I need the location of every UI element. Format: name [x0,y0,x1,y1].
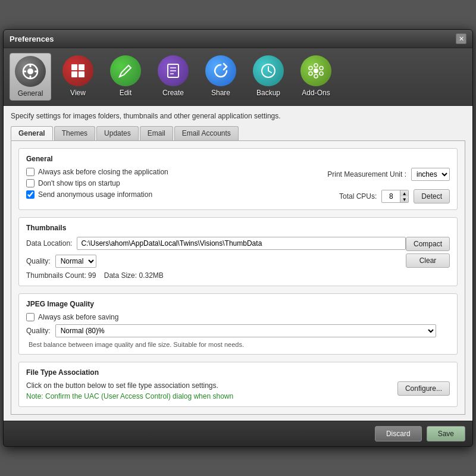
cpu-decrement-btn[interactable]: ▼ [400,196,408,202]
cpu-increment-btn[interactable]: ▲ [400,190,408,196]
jpeg-quality-row: Quality: Normal (80)% High (95)% Low (60… [26,324,450,337]
tabs-bar: General Themes Updates Email Email Accou… [11,126,465,141]
file-assoc-section: File Type Association Click on the butto… [18,362,458,407]
edit-icon [110,55,141,86]
general-toolbar-label: General [18,89,43,98]
svg-rect-3 [30,76,32,79]
backup-toolbar-label: Backup [256,89,280,97]
bottom-bar: Discard Save [4,421,472,446]
thumbnails-section: Thumbnails Compact Clear Data Location: … [18,217,458,286]
create-icon [158,55,189,86]
quality-select[interactable]: Normal High Low [55,255,96,268]
close-ask-checkbox[interactable] [26,168,35,176]
file-assoc-row: Click on the button below to set file ty… [26,381,450,400]
jpeg-quality-label: Quality: [26,327,51,335]
svg-rect-6 [71,64,77,70]
thumbs-meta: Thumbnails Count: 99 Data Size: 0.32MB [26,271,450,280]
total-cpus-label: Total CPUs: [339,192,377,201]
create-toolbar-label: Create [162,89,184,97]
cpu-row: Total CPUs: ▲ ▼ Detect [339,189,450,203]
thumbs-right-buttons: Compact Clear [406,237,450,268]
svg-point-24 [320,72,323,76]
file-assoc-text-col: Click on the button below to set file ty… [26,381,233,400]
jpeg-always-ask-row: Always ask before saving [26,313,450,321]
toolbar-item-backup[interactable]: Backup [248,53,289,101]
anon-usage-label: Send anonymous usage information [38,190,152,199]
compact-button[interactable]: Compact [406,237,450,251]
edit-toolbar-label: Edit [120,89,132,97]
toolbar-item-share[interactable]: Share [200,53,242,101]
titlebar: Preferences ✕ [4,30,472,48]
addons-toolbar-label: Add-Ons [302,89,330,97]
general-icon [15,56,46,87]
tab-general[interactable]: General [11,126,53,140]
data-size-label: Data Size: [104,271,137,280]
toolbar-item-addons[interactable]: Add-Ons [295,53,337,101]
detect-button[interactable]: Detect [414,189,450,203]
data-location-label: Data Location: [26,239,72,248]
svg-rect-8 [71,71,77,77]
window-title: Preferences [10,35,54,43]
print-unit-label: Print Measurement Unit : [327,170,406,178]
toolbar-item-view[interactable]: View [57,53,99,101]
save-button[interactable]: Save [427,426,465,441]
general-right-col: Print Measurement Unit : inches cm mm To… [327,168,450,203]
file-assoc-description: Click on the button below to set file ty… [26,381,233,390]
toolbar-item-create[interactable]: Create [152,53,194,101]
backup-icon [253,55,284,86]
checkbox-close-ask: Always ask before closing the applicatio… [26,168,327,176]
svg-point-22 [320,67,323,70]
preferences-window: Preferences ✕ General View Edit Cre [3,29,473,447]
jpeg-quality-note: Best balance between image quality and f… [26,341,450,348]
file-assoc-title: File Type Association [26,368,450,377]
jpeg-section: JPEG Image Quality Always ask before sav… [18,293,458,355]
close-ask-label: Always ask before closing the applicatio… [38,168,168,176]
view-toolbar-label: View [70,89,86,97]
checkbox-no-tips: Don't show tips on startup [26,179,327,187]
svg-point-20 [314,74,318,78]
print-unit-row: Print Measurement Unit : inches cm mm [327,168,450,181]
clear-button[interactable]: Clear [406,253,450,268]
svg-rect-7 [79,64,84,70]
jpeg-always-ask-checkbox[interactable] [26,313,35,321]
general-section: General Always ask before closing the ap… [18,148,458,210]
general-left-col: Always ask before closing the applicatio… [26,168,327,203]
content-area: Specify settings for images folders, thu… [4,106,472,421]
checkbox-anon-usage: Send anonymous usage information [26,190,327,199]
quality-row: Quality: Normal High Low [26,255,406,268]
cpu-spinner: ▲ ▼ [381,190,409,203]
data-size-value: 0.32MB [139,271,163,280]
general-section-title: General [26,155,450,163]
data-location-row: Data Location: [26,237,406,250]
tab-email-accounts[interactable]: Email Accounts [174,126,239,140]
view-icon [62,55,93,86]
jpeg-quality-select[interactable]: Normal (80)% High (95)% Low (60)% [55,324,436,337]
anon-usage-checkbox[interactable] [26,190,35,199]
svg-point-1 [27,68,33,74]
svg-rect-2 [30,64,32,67]
svg-rect-9 [79,71,84,77]
close-button[interactable]: ✕ [456,33,466,44]
svg-rect-5 [35,71,38,73]
toolbar: General View Edit Create Share [4,48,472,106]
tab-updates[interactable]: Updates [96,126,139,140]
cpu-input[interactable] [382,191,400,202]
thumbnails-count-label: Thumbnails Count: [26,271,86,280]
toolbar-item-general[interactable]: General [10,53,51,101]
toolbar-item-edit[interactable]: Edit [105,53,146,101]
jpeg-always-ask-label: Always ask before saving [38,313,118,321]
data-location-input[interactable] [77,237,406,250]
tab-themes[interactable]: Themes [54,126,95,140]
cpu-spinner-btns: ▲ ▼ [400,190,408,202]
thumbnails-section-title: Thumbnails [26,224,450,232]
svg-rect-4 [23,71,26,73]
tab-email[interactable]: Email [140,126,173,140]
discard-button[interactable]: Discard [375,426,422,441]
no-tips-checkbox[interactable] [26,179,35,187]
thumbnails-count-value: 99 [88,271,96,280]
addons-icon [300,55,331,86]
configure-button[interactable]: Configure... [397,381,450,396]
svg-point-21 [309,67,312,70]
share-toolbar-label: Share [211,89,230,97]
print-unit-select[interactable]: inches cm mm [411,168,450,181]
